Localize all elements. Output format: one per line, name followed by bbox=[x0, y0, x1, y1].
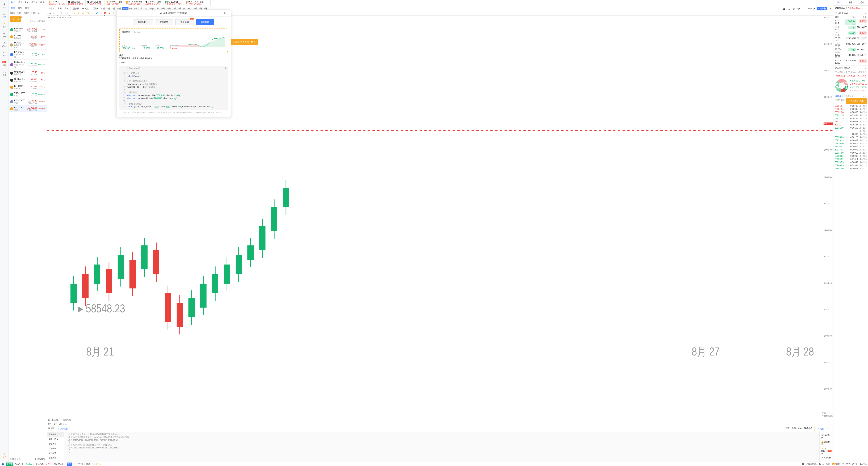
tab-publish[interactable]: 发布 bbox=[798, 427, 802, 431]
modal-maximize-icon[interactable]: ☐ bbox=[224, 12, 226, 14]
tb-indicator[interactable]: ▫ 指标 bbox=[48, 7, 56, 10]
subtab-g6[interactable]: 分组6 bbox=[31, 11, 37, 14]
expand-icon[interactable]: ⛶ bbox=[830, 427, 832, 431]
watchlist-row[interactable]: PEPE/USDT...欧易OKX0.0{5}9016¥0.0{4}64191-… bbox=[9, 26, 47, 33]
nav-web3[interactable]: ◐Web3 bbox=[0, 40, 8, 48]
lower-tf[interactable]: 1分 bbox=[54, 423, 57, 426]
watchlist-row[interactable]: CORE/USDT欧易OKX1.1457¥8.1570-1.56% bbox=[9, 33, 47, 40]
ind-action[interactable]: ⚡ 立即回测NEW bbox=[820, 446, 832, 456]
network-icon[interactable]: 📶 线路2: 优 bbox=[832, 463, 844, 466]
support-icon[interactable]: 🎧 人工客服 bbox=[819, 463, 830, 466]
tab-fav[interactable]: 自选 bbox=[10, 0, 16, 4]
subtab-g2[interactable]: 分组2 bbox=[25, 6, 31, 9]
nav-vip[interactable]: ♔VIP bbox=[0, 451, 8, 459]
watchlist-row[interactable]: DOGE/USDT...欧易OKX USD...0.10883¥0.77484-… bbox=[9, 40, 47, 50]
rect-icon[interactable]: ▭ bbox=[92, 12, 94, 15]
nav-home[interactable]: ◉首页 bbox=[0, 1, 8, 10]
lock-icon[interactable]: 🔒 bbox=[108, 12, 111, 15]
ind-side-item[interactable]: 参数配置 bbox=[47, 451, 64, 456]
nav-flash[interactable]: ⚡快讯 bbox=[0, 21, 8, 29]
modal-show-kline[interactable]: 显示到K线 bbox=[133, 19, 153, 25]
tb-adv[interactable]: 高级 bbox=[64, 7, 69, 10]
close-small-icon[interactable]: ☒ bbox=[44, 7, 45, 9]
locate-to[interactable]: 定位到... bbox=[52, 418, 60, 421]
watchlist-row[interactable]: SOL/USDT永续币安USDT永续159.395¥1,134.845+0.32… bbox=[9, 60, 47, 70]
rp-tab-msg[interactable]: 消息 bbox=[845, 0, 856, 5]
add-alert[interactable]: ⊕ 添加预警 bbox=[35, 458, 45, 461]
lower-tf[interactable]: 5分 bbox=[59, 423, 62, 426]
tb-cloud-icon[interactable]: ☁ bbox=[802, 7, 806, 10]
minimize-icon[interactable]: ▫ bbox=[827, 427, 828, 431]
tb-fullscreen-icon[interactable]: ⛶ bbox=[787, 7, 791, 10]
trades-settings-icon[interactable]: ≡ ☰ bbox=[863, 95, 867, 97]
watchlist-row[interactable]: TRB/USDT币安77.93¥554.84+0.85% bbox=[9, 91, 47, 98]
subtab-fav[interactable]: 自选 bbox=[10, 5, 16, 10]
ind-action[interactable]: ⇄ 实盘运行 bbox=[820, 456, 832, 460]
market-tab[interactable]: BNB/USDT永续564.2-1.67% bbox=[105, 0, 124, 6]
tab-sector[interactable]: 板块 bbox=[39, 0, 45, 4]
market-tab[interactable]: DOGE/USDT永续0.10883-0.68% bbox=[184, 0, 205, 6]
tab-orders[interactable]: 委单区 bbox=[48, 427, 55, 431]
modal-minimize-icon[interactable]: — bbox=[221, 12, 223, 14]
tb-layers-icon[interactable]: ▥ bbox=[792, 7, 796, 10]
nav-chat[interactable]: 99+群聊 bbox=[0, 59, 8, 67]
locate-icon[interactable]: ▤ bbox=[48, 419, 50, 421]
parallel-icon[interactable]: ⫽▾ bbox=[65, 12, 68, 15]
tab-index[interactable]: 指数 bbox=[30, 0, 38, 4]
col-price[interactable]: 最新价▾ bbox=[26, 20, 37, 25]
ind-action[interactable]: 🔔 开启预警 bbox=[820, 440, 832, 446]
subtab-g5[interactable]: 分组5 bbox=[24, 11, 30, 14]
nav-market[interactable]: 📊行情 bbox=[0, 11, 8, 20]
tab-custom-indicator[interactable]: 自定义指标 bbox=[57, 427, 69, 431]
kline-analysis-button[interactable]: K线分析 bbox=[817, 7, 827, 10]
subtab-g3[interactable]: 分组3 bbox=[10, 11, 16, 14]
ruler-icon[interactable]: 📏 bbox=[87, 12, 90, 15]
code-editor[interactable]: 11// 定义买入信号：长期均线或短期均线下穿长期均线12// 合约开多或现货买… bbox=[64, 432, 819, 466]
latest-trades-tab[interactable]: 最新成交 bbox=[835, 95, 843, 97]
pen-text-icon[interactable]: 筹 bbox=[82, 12, 84, 15]
watchlist-row[interactable]: ETH/USDT币安2,744.49¥19,539.95-0.06% bbox=[9, 98, 47, 105]
add-market-tab[interactable]: + bbox=[205, 0, 211, 6]
copy-icon[interactable]: ⧉ bbox=[225, 67, 226, 69]
status-flag-icon[interactable]: 🔵 bbox=[1, 463, 4, 465]
big-trades-locate[interactable]: 大额成交 bbox=[63, 418, 71, 421]
big-trades-tab[interactable]: 大额成交 bbox=[845, 95, 854, 97]
tab-community[interactable]: 社区指标 bbox=[814, 427, 825, 431]
market-tab[interactable]: PEPE/USDT0.0{5}9011-1.36% bbox=[163, 0, 184, 6]
tab-save[interactable]: 保存 bbox=[792, 427, 796, 431]
tab-mine[interactable]: 我的指标 bbox=[804, 427, 812, 431]
watchlist-row[interactable]: OKB/USDT欧易OKX38.43¥273.61-1.69% bbox=[9, 70, 47, 77]
eye-icon[interactable]: 👁 bbox=[112, 12, 115, 15]
modal-live[interactable]: 实盘运行 bbox=[196, 19, 214, 25]
ind-side-item[interactable]: 交易明细 bbox=[47, 446, 64, 451]
nav-more[interactable]: ⋮⋮更多 bbox=[0, 69, 8, 77]
modal-alert[interactable]: 开启预警 bbox=[155, 19, 173, 25]
rp-tab-analysis[interactable]: 分析 bbox=[857, 0, 868, 5]
modal-backtest[interactable]: 指标回测NEW bbox=[175, 19, 194, 25]
subtab-g4[interactable]: 分组4 bbox=[17, 11, 23, 14]
lower-tf[interactable]: 90分 bbox=[48, 423, 53, 426]
tb-unnamed[interactable]: 未命名▾ bbox=[807, 7, 816, 10]
ind-side-item[interactable]: 指标编辑 bbox=[47, 432, 64, 437]
tab-rank[interactable]: 平台排名 bbox=[18, 0, 29, 4]
tb-camera-icon[interactable]: 📷 bbox=[781, 7, 786, 10]
subtab-g1[interactable]: 分组1 bbox=[18, 6, 24, 9]
ind-side-item[interactable]: 策略回测 ▴ bbox=[47, 437, 64, 441]
tb-multi[interactable]: ▦ 多图 bbox=[72, 7, 80, 10]
chevron-up-icon[interactable]: ︿ bbox=[41, 7, 42, 9]
timeframe-5分[interactable]: 5分 bbox=[111, 7, 116, 10]
market-tab[interactable]: BTC/USDT永续63905.5-0.44% bbox=[124, 0, 144, 6]
cursor-icon[interactable]: ↖▾ bbox=[48, 12, 51, 15]
tb-target-icon[interactable]: ◎▾ bbox=[797, 7, 801, 10]
bt-source-tab[interactable]: 源代码 bbox=[133, 31, 140, 33]
wave2-icon[interactable]: ∿ bbox=[100, 12, 102, 15]
refresh-icon[interactable]: ⟳ bbox=[48, 17, 50, 19]
expand-icon[interactable]: ⤢ bbox=[865, 12, 867, 15]
watchlist-row[interactable]: ORDI/USDT欧易OKX34.880¥248.335-1.52% bbox=[9, 77, 47, 84]
market-tab[interactable]: CORE/USDT1.1457-1.56% bbox=[86, 0, 105, 6]
tb-period[interactable]: 周期▾ bbox=[92, 7, 99, 10]
timeframe-1分[interactable]: 1分 bbox=[106, 7, 111, 10]
pencil-icon[interactable]: ✎▾ bbox=[61, 12, 64, 15]
magnet-icon[interactable]: 🧲▾ bbox=[104, 12, 107, 15]
nav-strategy[interactable]: ▦策略 bbox=[0, 31, 8, 39]
